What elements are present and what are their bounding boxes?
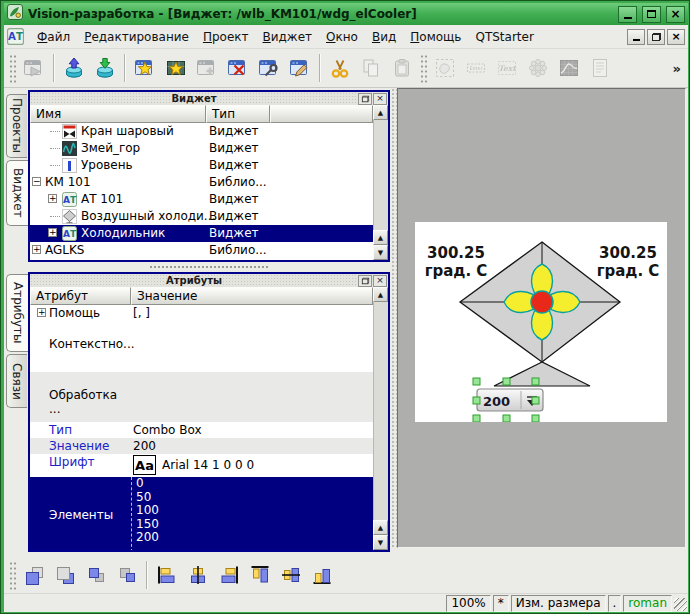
scroll-up-button[interactable]: ▲ <box>373 520 388 535</box>
align-right-icon[interactable] <box>213 560 244 591</box>
tree-row[interactable]: +АТАТ 101Виджет <box>30 191 373 208</box>
menu-item[interactable]: Виджет <box>256 27 320 47</box>
attribute-row[interactable]: Тип элементаCombo Box <box>30 422 373 438</box>
align-bottom-icon[interactable] <box>306 560 337 591</box>
toolbar-handle[interactable] <box>8 560 16 590</box>
menu-item[interactable]: Помощь <box>403 27 468 47</box>
attributes-panel-titlebar[interactable]: Атрибуты × <box>30 274 388 287</box>
widget-panel-titlebar[interactable]: Виджет × <box>30 92 388 105</box>
mdi-close-button[interactable]: × <box>667 29 685 45</box>
mdi-minimize-button[interactable] <box>627 29 645 45</box>
selection-handle[interactable] <box>503 378 510 385</box>
expand-icon[interactable]: + <box>37 308 46 317</box>
attribute-row[interactable]: Обработка ... <box>30 372 373 422</box>
toolbar-handle[interactable] <box>419 53 427 83</box>
column-header-value[interactable]: Значение <box>131 287 373 305</box>
column-header-attribute[interactable]: Атрибут <box>30 287 131 305</box>
expand-icon[interactable]: + <box>48 228 57 237</box>
column-header-name[interactable]: Имя <box>30 105 206 123</box>
float-panel-button[interactable] <box>358 275 372 287</box>
mdi-restore-button[interactable] <box>647 29 665 45</box>
scroll-down-button[interactable]: ▼ <box>373 245 388 260</box>
resize-grip[interactable] <box>674 598 687 611</box>
tree-row[interactable]: +АТХолодильникВиджет <box>30 225 373 242</box>
attribute-value-cell[interactable]: [, ] <box>131 305 373 321</box>
scroll-up-button[interactable]: ▲ <box>373 230 388 245</box>
menu-item[interactable]: Вид <box>365 27 403 47</box>
scroll-track[interactable] <box>373 120 388 230</box>
menu-item[interactable]: Окно <box>319 27 365 47</box>
toolbar-handle[interactable] <box>8 53 16 83</box>
attributes-scrollbar[interactable]: ▲ ▲ ▼ <box>373 287 388 550</box>
close-button[interactable]: × <box>666 6 685 23</box>
side-tab[interactable]: Связи <box>6 354 27 408</box>
maximize-button[interactable] <box>642 6 661 23</box>
new-widget-icon[interactable] <box>129 53 160 84</box>
scroll-up-button[interactable]: ▲ <box>373 287 388 302</box>
expand-icon[interactable]: + <box>48 194 57 203</box>
attribute-value-cell[interactable] <box>131 372 373 422</box>
expand-icon[interactable]: + <box>32 245 41 254</box>
scroll-track[interactable] <box>373 302 388 520</box>
attribute-value-cell[interactable]: 050100150200 <box>131 477 373 550</box>
tree-row[interactable]: Кран шаровыйВиджет <box>30 123 373 140</box>
load-from-db-icon[interactable] <box>58 53 89 84</box>
minimize-button[interactable] <box>618 6 637 23</box>
toolbar-overflow-button[interactable]: » <box>668 61 686 76</box>
column-header-type[interactable]: Тип <box>206 105 270 123</box>
edit-canvas[interactable]: 300.25 град. С 300.25 град. С <box>397 88 686 548</box>
selection-handle[interactable] <box>503 415 510 422</box>
attribute-row[interactable]: Контекстно... <box>30 321 373 372</box>
scroll-up-button[interactable]: ▲ <box>373 105 388 120</box>
widget-tree-scrollbar[interactable]: ▲ ▲ ▼ <box>373 105 388 260</box>
attribute-value-cell[interactable]: AaArial 14 1 0 0 0 <box>131 454 373 477</box>
widget-properties-icon[interactable] <box>253 53 284 84</box>
selection-handle[interactable] <box>532 397 539 404</box>
align-top-icon[interactable] <box>244 560 275 591</box>
close-panel-button[interactable]: × <box>373 275 387 287</box>
titlebar[interactable]: Vision-разработка - [Виджет: /wlb_KM101/… <box>4 3 688 25</box>
attribute-value-cell[interactable]: Combo Box <box>131 422 373 438</box>
attribute-value-cell[interactable]: 200 <box>131 438 373 454</box>
attribute-row[interactable]: Элементы050100150200 <box>30 477 373 550</box>
selection-handle[interactable] <box>532 378 539 385</box>
side-tab[interactable]: Проекты <box>6 94 27 158</box>
panel-splitter[interactable] <box>28 262 390 272</box>
menu-item[interactable]: Файл <box>30 27 77 47</box>
menu-item[interactable]: Редактирование <box>77 27 196 47</box>
down-widget-icon[interactable] <box>111 560 142 591</box>
tree-row[interactable]: +AGLKSБиблио... <box>30 242 373 259</box>
side-tab[interactable]: Виджет <box>6 160 29 226</box>
attribute-row[interactable]: ШрифтAaArial 14 1 0 0 0 <box>30 454 373 477</box>
new-container-widget-icon[interactable] <box>160 53 191 84</box>
cut-icon[interactable] <box>324 53 355 84</box>
tree-row[interactable]: −КМ 101Библио... <box>30 174 373 191</box>
tree-row[interactable]: Воздушный холоди...Виджет <box>30 208 373 225</box>
align-vcenter-icon[interactable] <box>275 560 306 591</box>
widget-edit-icon[interactable] <box>284 53 315 84</box>
save-to-db-icon[interactable] <box>89 53 120 84</box>
selection-handle[interactable] <box>532 415 539 422</box>
scroll-down-button[interactable]: ▼ <box>373 535 388 550</box>
align-left-icon[interactable] <box>151 560 182 591</box>
float-panel-button[interactable] <box>358 93 372 105</box>
selection-handle[interactable] <box>473 397 480 404</box>
align-hcenter-icon[interactable] <box>182 560 213 591</box>
attribute-value-cell[interactable] <box>131 321 373 372</box>
tree-row[interactable]: УровеньВиджет <box>30 157 373 174</box>
tree-row[interactable]: Змей_горВиджет <box>30 140 373 157</box>
selection-handle[interactable] <box>473 415 480 422</box>
lower-widget-icon[interactable] <box>49 560 80 591</box>
attribute-row[interactable]: +Помощь[, ] <box>30 305 373 321</box>
rise-widget-icon[interactable] <box>18 560 49 591</box>
up-widget-icon[interactable] <box>80 560 111 591</box>
close-panel-button[interactable]: × <box>373 93 387 105</box>
font-picker-button[interactable]: Aa <box>133 455 156 475</box>
cooler-widget[interactable]: 300.25 град. С 300.25 град. С <box>415 222 667 422</box>
side-tab[interactable]: Атрибуты <box>6 274 29 352</box>
delete-widget-icon[interactable] <box>222 53 253 84</box>
menu-item[interactable]: Проект <box>196 27 256 47</box>
attribute-row[interactable]: Значение200 <box>30 438 373 454</box>
selection-handle[interactable] <box>473 378 480 385</box>
collapse-icon[interactable]: − <box>32 177 41 186</box>
